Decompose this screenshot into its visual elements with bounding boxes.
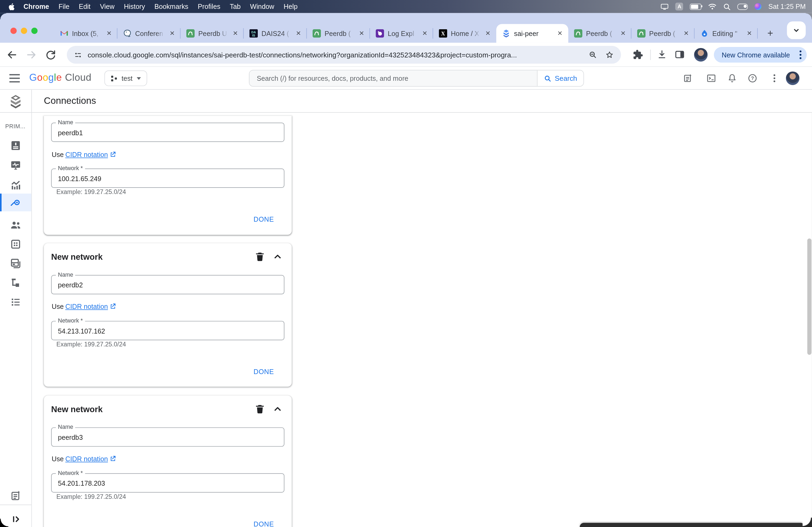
sidebar-item-overview[interactable] (10, 139, 22, 152)
sidebar-item-replicas[interactable] (10, 277, 22, 289)
control-center-icon[interactable] (738, 3, 748, 10)
battery-icon[interactable] (690, 3, 702, 10)
sidebar-item-monitoring[interactable] (10, 159, 22, 172)
reload-button[interactable] (44, 48, 57, 61)
back-button[interactable] (6, 48, 18, 61)
download-icon[interactable] (656, 49, 669, 62)
close-tab-icon[interactable]: ✕ (358, 29, 366, 37)
extensions-icon[interactable] (632, 49, 645, 62)
monitoring-icon (10, 159, 22, 172)
tab-search-button[interactable] (787, 21, 806, 39)
notifications-bell-icon[interactable] (727, 73, 737, 84)
close-window-button[interactable] (11, 28, 17, 34)
close-tab-icon[interactable]: ✕ (105, 29, 113, 37)
siri-icon[interactable] (755, 3, 762, 10)
display-icon[interactable] (661, 3, 669, 10)
cidr-notation-link[interactable]: CIDR notation (65, 455, 108, 463)
sidebar-item-users[interactable] (10, 219, 22, 231)
tab-peerdb-2[interactable]: Peerdb ( ✕ (307, 24, 370, 43)
scrollbar-thumb[interactable] (807, 239, 811, 355)
sidebar-item-connections[interactable] (10, 196, 22, 209)
sidebar-item-release-notes[interactable] (10, 490, 22, 502)
close-tab-icon[interactable]: ✕ (484, 29, 492, 37)
spotlight-icon[interactable] (723, 3, 731, 10)
project-selector[interactable]: test (104, 71, 147, 86)
bookmark-star-icon[interactable] (605, 50, 614, 60)
tab-editing[interactable]: Editing " ✕ (695, 24, 758, 43)
menu-file[interactable]: File (54, 3, 74, 11)
tab-conference[interactable]: Conferen ✕ (117, 24, 180, 43)
tab-home-x[interactable]: X Home / X ✕ (433, 24, 496, 43)
postgresql-icon (123, 29, 132, 37)
sidebar-item-databases[interactable] (10, 238, 22, 251)
tab-dais24[interactable]: DAIS DAIS24 ( ✕ (244, 24, 307, 43)
sidebar-collapse-button[interactable] (10, 513, 22, 526)
collapse-card-button[interactable] (272, 403, 285, 416)
network-input[interactable] (51, 321, 284, 340)
close-tab-icon[interactable]: ✕ (745, 29, 753, 37)
tab-peerdb-4[interactable]: Peerdb ( ✕ (632, 24, 695, 43)
close-tab-icon[interactable]: ✕ (556, 29, 564, 37)
help-icon[interactable]: ? (747, 73, 758, 84)
menu-profiles[interactable]: Profiles (193, 3, 225, 11)
app-a-icon[interactable]: A (676, 3, 683, 11)
name-input[interactable] (51, 275, 284, 295)
cidr-notation-link[interactable]: CIDR notation (65, 302, 108, 310)
close-tab-icon[interactable]: ✕ (682, 29, 690, 37)
menu-chrome[interactable]: Chrome (19, 3, 54, 11)
close-tab-icon[interactable]: ✕ (231, 29, 240, 37)
tab-sai-peerdb-active[interactable]: sai-peer ✕ (496, 24, 568, 43)
new-tab-button[interactable]: + (763, 26, 777, 41)
name-input[interactable] (51, 427, 284, 447)
minimize-window-button[interactable] (21, 28, 27, 34)
network-input[interactable] (51, 473, 284, 493)
cloud-shell-icon[interactable] (706, 73, 716, 84)
tab-peerdb-3[interactable]: Peerdb ( ✕ (568, 24, 631, 43)
cloud-search-input[interactable] (249, 71, 537, 86)
delete-network-button[interactable] (254, 251, 267, 264)
google-cloud-logo[interactable]: Google Cloud (29, 72, 91, 84)
done-button[interactable]: DONE (247, 212, 280, 226)
zoom-out-icon[interactable] (588, 50, 597, 60)
delete-network-button[interactable] (254, 403, 267, 416)
new-chrome-available-chip[interactable]: New Chrome available (714, 47, 807, 62)
sidebar-item-operations[interactable] (10, 296, 22, 308)
menu-bookmarks[interactable]: Bookmarks (150, 3, 193, 11)
sidebar-item-insights[interactable] (10, 179, 22, 192)
browser-menu-icon[interactable] (799, 50, 801, 60)
menu-edit[interactable]: Edit (74, 3, 95, 11)
more-options-icon[interactable] (769, 73, 780, 84)
close-tab-icon[interactable]: ✕ (294, 29, 303, 37)
close-tab-icon[interactable]: ✕ (619, 29, 627, 37)
done-button[interactable]: DONE (247, 364, 280, 379)
tab-log-explorer[interactable]: Log Expl ✕ (370, 24, 433, 43)
close-tab-icon[interactable]: ✕ (420, 29, 429, 37)
address-bar[interactable]: console.cloud.google.com/sql/instances/s… (67, 46, 621, 64)
zoom-window-button[interactable] (31, 28, 38, 34)
account-avatar[interactable] (786, 71, 800, 85)
cloud-search-button[interactable]: Search (537, 71, 583, 86)
menu-help[interactable]: Help (279, 3, 302, 11)
site-settings-icon[interactable] (74, 50, 83, 59)
sidebar-item-backups[interactable] (10, 257, 22, 270)
release-notes-icon[interactable] (683, 73, 693, 84)
menu-clock[interactable]: Sat 1:25 PM (768, 3, 806, 11)
browser-profile-avatar[interactable] (694, 48, 708, 62)
done-button[interactable]: DONE (247, 516, 280, 527)
wifi-icon[interactable] (708, 3, 717, 10)
apple-icon[interactable] (8, 2, 19, 11)
forward-button[interactable] (25, 48, 38, 61)
menu-view[interactable]: View (95, 3, 119, 11)
side-panel-icon[interactable] (674, 49, 687, 62)
network-input[interactable] (51, 168, 284, 188)
menu-history[interactable]: History (119, 3, 150, 11)
name-input[interactable] (51, 123, 284, 142)
hamburger-menu-icon[interactable] (10, 74, 20, 83)
close-tab-icon[interactable]: ✕ (168, 29, 176, 37)
collapse-card-button[interactable] (272, 251, 285, 264)
menu-tab[interactable]: Tab (225, 3, 245, 11)
tab-inbox[interactable]: Inbox (5, ✕ (54, 24, 117, 43)
menu-window[interactable]: Window (245, 3, 279, 11)
tab-peerdb-1[interactable]: Peerdb U ✕ (180, 24, 244, 43)
cidr-notation-link[interactable]: CIDR notation (65, 151, 108, 158)
